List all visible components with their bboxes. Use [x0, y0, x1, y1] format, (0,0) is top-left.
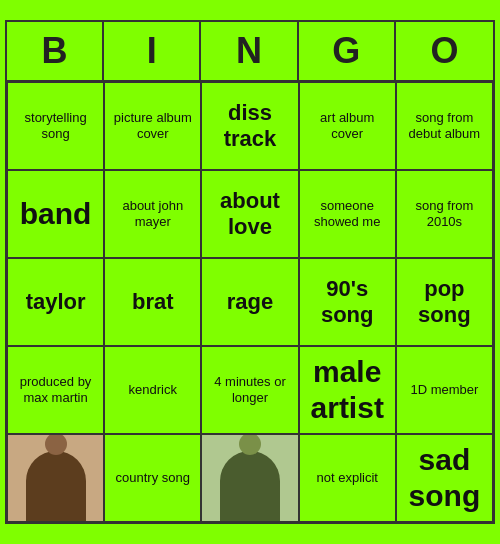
bingo-header: BINGO: [7, 22, 493, 82]
cell-r2-c2[interactable]: rage: [201, 258, 298, 346]
cell-text: song from debut album: [401, 110, 488, 141]
cell-text: 4 minutes or longer: [206, 374, 293, 405]
cell-text: about john mayer: [109, 198, 196, 229]
cell-text: taylor: [26, 289, 86, 315]
cell-r4-c4[interactable]: sad song: [396, 434, 493, 522]
cell-r4-c1[interactable]: country song: [104, 434, 201, 522]
cell-r2-c3[interactable]: 90's song: [299, 258, 396, 346]
header-letter-i: I: [104, 22, 201, 80]
cell-r4-c2[interactable]: [201, 434, 298, 522]
cell-text: art album cover: [304, 110, 391, 141]
cell-r1-c3[interactable]: someone showed me: [299, 170, 396, 258]
cell-r4-c0[interactable]: [7, 434, 104, 522]
bingo-card: BINGO storytelling songpicture album cov…: [5, 20, 495, 524]
cell-text: pop song: [401, 276, 488, 329]
cell-text: male artist: [304, 354, 391, 426]
cell-r3-c2[interactable]: 4 minutes or longer: [201, 346, 298, 434]
cell-r3-c0[interactable]: produced by max martin: [7, 346, 104, 434]
cell-r2-c1[interactable]: brat: [104, 258, 201, 346]
bingo-grid: storytelling songpicture album coverdiss…: [7, 82, 493, 522]
cell-r3-c1[interactable]: kendrick: [104, 346, 201, 434]
cell-r0-c1[interactable]: picture album cover: [104, 82, 201, 170]
cell-text: about love: [206, 188, 293, 241]
cell-text: picture album cover: [109, 110, 196, 141]
cell-text: kendrick: [129, 382, 177, 398]
cell-text: brat: [132, 289, 174, 315]
cell-r3-c3[interactable]: male artist: [299, 346, 396, 434]
cell-r0-c4[interactable]: song from debut album: [396, 82, 493, 170]
cell-text: song from 2010s: [401, 198, 488, 229]
cell-r2-c4[interactable]: pop song: [396, 258, 493, 346]
cell-text: country song: [116, 470, 190, 486]
cell-r2-c0[interactable]: taylor: [7, 258, 104, 346]
cell-r1-c2[interactable]: about love: [201, 170, 298, 258]
cell-text: diss track: [206, 100, 293, 153]
cell-r1-c1[interactable]: about john mayer: [104, 170, 201, 258]
cell-text: not explicit: [316, 470, 377, 486]
tyler-image: [202, 435, 297, 521]
header-letter-o: O: [396, 22, 493, 80]
cell-text: someone showed me: [304, 198, 391, 229]
cell-text: storytelling song: [12, 110, 99, 141]
cell-text: 1D member: [410, 382, 478, 398]
header-letter-n: N: [201, 22, 298, 80]
cell-r0-c0[interactable]: storytelling song: [7, 82, 104, 170]
cell-text: 90's song: [304, 276, 391, 329]
cell-r0-c2[interactable]: diss track: [201, 82, 298, 170]
header-letter-b: B: [7, 22, 104, 80]
cell-r0-c3[interactable]: art album cover: [299, 82, 396, 170]
cell-text: band: [20, 196, 92, 232]
cell-r1-c4[interactable]: song from 2010s: [396, 170, 493, 258]
drake-image: [8, 435, 103, 521]
cell-r4-c3[interactable]: not explicit: [299, 434, 396, 522]
cell-text: rage: [227, 289, 273, 315]
header-letter-g: G: [299, 22, 396, 80]
cell-r1-c0[interactable]: band: [7, 170, 104, 258]
cell-r3-c4[interactable]: 1D member: [396, 346, 493, 434]
cell-text: produced by max martin: [12, 374, 99, 405]
cell-text: sad song: [401, 442, 488, 514]
